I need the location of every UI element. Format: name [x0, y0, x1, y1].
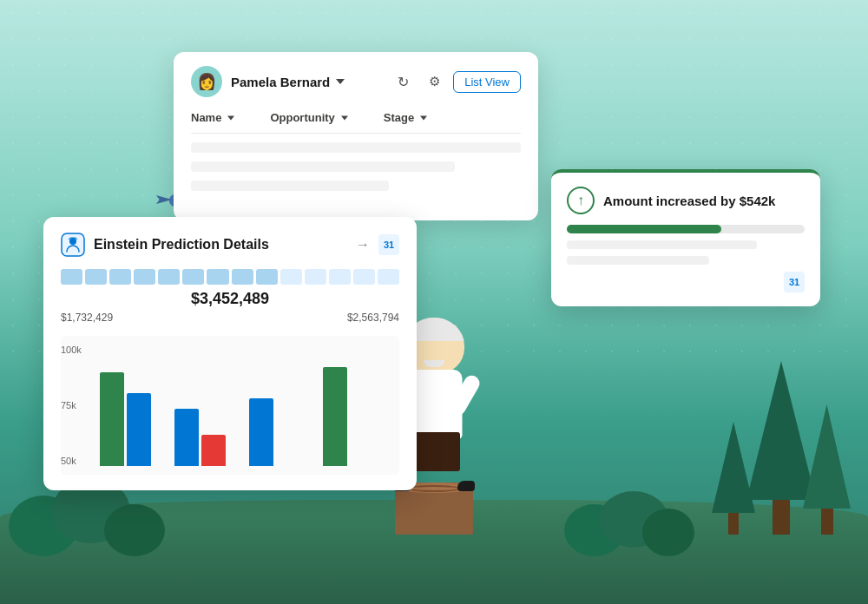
progress-section: $3,452,489 $1,732,429 $2,563,794	[61, 269, 399, 324]
table-row-3	[191, 181, 389, 191]
progress-block	[329, 269, 351, 285]
bush-group-right	[556, 487, 712, 556]
progress-block	[232, 269, 253, 285]
refresh-icon	[398, 74, 409, 90]
column-stage-chevron	[420, 115, 427, 120]
list-view-button[interactable]: List View	[453, 71, 521, 93]
progress-block	[256, 269, 278, 285]
amount-placeholder-1	[567, 240, 757, 249]
card-toolbar: List View	[391, 69, 521, 94]
progress-block	[85, 269, 107, 285]
chart-bars	[100, 345, 391, 466]
progress-block	[61, 269, 82, 285]
progress-block	[182, 269, 204, 285]
chart-y-labels: 100k 75k 50k	[61, 336, 95, 475]
bar	[100, 372, 124, 466]
amount-bar-fill-1	[567, 225, 721, 233]
progress-block	[109, 269, 131, 285]
amount-placeholder-2	[567, 256, 709, 265]
svg-point-1	[69, 238, 76, 245]
progress-value: $3,452,489	[61, 290, 399, 308]
bar	[127, 393, 151, 466]
range-min: $1,732,429	[61, 312, 113, 324]
progress-block	[158, 269, 180, 285]
bar-group	[249, 398, 317, 466]
y-label-50k: 50k	[61, 456, 95, 466]
up-arrow-icon: ↑	[567, 187, 595, 214]
range-max: $2,563,794	[347, 312, 399, 324]
amount-card: ↑ Amount increased by $542k 31	[551, 169, 820, 306]
einstein-prediction-card: Einstein Prediction Details → 31 $3,452,…	[43, 217, 417, 490]
y-label-75k: 75k	[61, 400, 95, 410]
bar-group	[100, 372, 168, 466]
progress-block	[353, 269, 375, 285]
einstein-card-header: Einstein Prediction Details → 31	[61, 233, 399, 257]
column-opp-chevron	[341, 115, 348, 120]
column-opportunity[interactable]: Opportunity	[270, 111, 348, 124]
bar-group	[174, 409, 242, 466]
progress-block	[305, 269, 326, 285]
einstein-title: Einstein Prediction Details	[94, 237, 347, 253]
settings-button[interactable]	[422, 69, 446, 94]
amount-title: Amount increased by $542k	[603, 194, 775, 208]
tree-small-right	[803, 404, 851, 535]
bar-chart: 100k 75k 50k	[61, 336, 399, 475]
table-row-2	[191, 161, 455, 172]
progress-block	[207, 269, 228, 285]
einstein-icon	[61, 233, 85, 257]
column-name-chevron	[227, 115, 234, 120]
progress-range: $1,732,429 $2,563,794	[61, 312, 399, 324]
amount-header: ↑ Amount increased by $542k	[567, 187, 805, 214]
bar	[249, 398, 273, 466]
column-name[interactable]: Name	[191, 111, 235, 124]
bar-group	[323, 367, 391, 466]
progress-block	[378, 269, 399, 285]
calendar-badge-einstein: 31	[378, 234, 399, 255]
bar	[174, 409, 199, 466]
user-name: Pamela Bernard	[231, 75, 345, 89]
bar	[201, 435, 226, 466]
avatar: 👩	[191, 66, 222, 97]
card-header: 👩 Pamela Bernard List View	[191, 66, 521, 97]
table-header: Name Opportunity Stage	[191, 111, 521, 134]
calendar-badge-amount: 31	[784, 272, 805, 292]
user-name-text: Pamela Bernard	[231, 75, 330, 89]
table-row-1	[191, 142, 521, 153]
progress-block	[134, 269, 155, 285]
progress-bar-container	[61, 269, 399, 285]
user-dropdown-chevron[interactable]	[336, 79, 345, 84]
progress-block	[280, 269, 302, 285]
refresh-button[interactable]	[391, 69, 415, 94]
bar	[323, 367, 347, 466]
arrow-right-icon[interactable]: →	[356, 237, 370, 253]
y-label-100k: 100k	[61, 345, 95, 355]
avatar-emoji: 👩	[197, 72, 216, 91]
salesforce-list-card: 👩 Pamela Bernard List View Name Opportun…	[174, 52, 538, 220]
gear-icon	[429, 74, 440, 89]
column-stage[interactable]: Stage	[384, 111, 428, 124]
amount-bar-row-1	[567, 225, 805, 233]
